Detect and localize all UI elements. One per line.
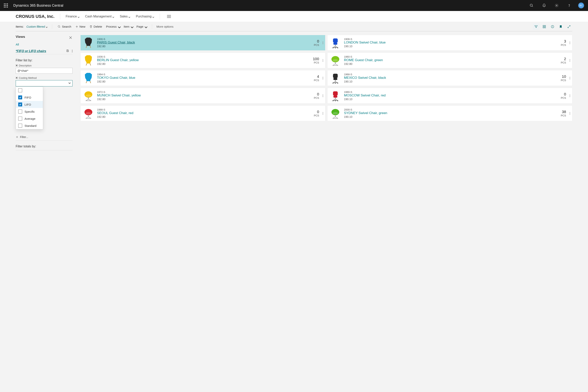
item-unit: PCS [310, 61, 319, 64]
item-name[interactable]: PARIS Guest Chair, black [97, 40, 308, 44]
card-menu-icon[interactable] [570, 59, 570, 62]
description-input[interactable] [16, 68, 72, 74]
nav-sales[interactable]: Sales [120, 15, 130, 18]
views-title: Views [16, 35, 25, 39]
more-icon[interactable] [72, 50, 72, 52]
saved-view-link[interactable]: *FIFO or LIFO chairs [16, 50, 46, 53]
item-name[interactable]: MEXICO Swivel Chair, black [344, 76, 556, 80]
card-menu-icon[interactable] [322, 59, 323, 62]
info-icon[interactable] [549, 23, 556, 30]
card-menu-icon[interactable] [570, 42, 570, 44]
svg-point-41 [332, 59, 338, 62]
svg-line-5 [60, 27, 60, 28]
item-card[interactable]: 1964-S TOKYO Guest Chair, blue 192.80 4 … [80, 70, 325, 86]
checkbox[interactable] [18, 116, 22, 120]
avatar[interactable]: BC [578, 2, 584, 8]
item-card[interactable]: 1936-S BERLIN Guest Chair, yellow 192.80… [80, 52, 325, 68]
checkbox[interactable] [18, 88, 22, 92]
dropdown-option[interactable]: LIFO [16, 101, 43, 108]
settings-icon[interactable] [553, 4, 560, 8]
card-menu-icon[interactable] [570, 77, 570, 80]
add-filter-button[interactable]: Filter... [16, 136, 72, 141]
dropdown-option[interactable]: Specific [16, 108, 43, 115]
dropdown-option[interactable]: Standard [16, 122, 43, 129]
action-label: Search [62, 25, 71, 28]
filter-costing-label: Costing Method [16, 76, 72, 80]
card-menu-icon[interactable] [322, 77, 323, 80]
nav-purchasing[interactable]: Purchasing [136, 15, 154, 18]
nav-cash-management[interactable]: Cash Management [85, 15, 114, 18]
current-view-link[interactable]: Custom filtered [26, 25, 48, 28]
item-menu[interactable]: Item [122, 24, 134, 29]
tiles-view-icon[interactable] [541, 23, 548, 30]
costing-method-select[interactable] [16, 80, 72, 86]
save-icon[interactable] [66, 49, 69, 53]
checkbox[interactable] [18, 110, 22, 114]
item-sku: 1960-S [344, 55, 556, 58]
card-menu-icon[interactable] [570, 94, 570, 97]
new-button[interactable]: New [74, 24, 87, 29]
item-card[interactable]: 1908-S LONDON Swivel Chair, blue 190.10 … [327, 35, 572, 50]
item-card[interactable]: 1972-S MUNICH Swivel Chair, yellow 192.8… [80, 88, 325, 104]
more-options[interactable]: More options [156, 25, 174, 28]
svg-point-71 [337, 100, 338, 101]
checkbox[interactable] [18, 96, 22, 99]
page-menu[interactable]: Page [135, 24, 148, 29]
item-qty: 0 [310, 92, 319, 96]
svg-rect-46 [86, 80, 90, 81]
item-thumbnail [81, 71, 96, 85]
chevron-down-icon [78, 16, 80, 18]
checkbox[interactable] [18, 124, 22, 128]
card-menu-icon[interactable] [322, 112, 323, 115]
company-bar: CRONUS USA, Inc. Finance Cash Management… [0, 11, 588, 22]
card-body: 1900-S PARIS Guest Chair, black 192.80 [97, 38, 308, 48]
svg-line-84 [335, 117, 338, 118]
dropdown-option[interactable]: Average [16, 115, 43, 122]
item-name[interactable]: SEOUL Guest Chair, red [97, 111, 308, 115]
action-bar: Items: Custom filtered Search New Delete… [16, 22, 572, 31]
item-card[interactable]: 1960-S ROME Guest Chair, green 192.80 2 … [327, 52, 572, 68]
app-launcher-icon[interactable] [4, 4, 8, 8]
item-name[interactable]: SYDNEY Swivel Chair, green [344, 111, 556, 115]
search-icon[interactable] [528, 4, 535, 8]
menu-icon[interactable] [167, 15, 171, 18]
qty-block: 0 PCS [310, 110, 319, 117]
item-card[interactable]: 1980-S MOSCOW Swivel Chair, red 190.10 0… [327, 88, 572, 104]
search-button[interactable]: Search [56, 24, 72, 29]
svg-point-57 [335, 83, 336, 84]
remove-filter-icon[interactable] [16, 64, 18, 67]
item-name[interactable]: LONDON Swivel Chair, blue [344, 40, 556, 44]
svg-line-26 [86, 46, 87, 48]
card-menu-icon[interactable] [322, 94, 323, 97]
view-all[interactable]: All [16, 43, 72, 46]
process-menu[interactable]: Process [105, 24, 121, 29]
help-icon[interactable] [566, 4, 573, 8]
delete-button[interactable]: Delete [88, 24, 103, 29]
notifications-icon[interactable] [540, 4, 548, 8]
chevron-down-icon [68, 82, 71, 85]
expand-icon[interactable] [566, 23, 572, 30]
close-icon[interactable] [68, 36, 72, 40]
card-menu-icon[interactable] [322, 42, 323, 44]
checkbox[interactable] [18, 102, 22, 106]
item-name[interactable]: TOKYO Guest Chair, blue [97, 76, 308, 80]
svg-point-70 [332, 100, 334, 101]
item-card[interactable]: 1900-S PARIS Guest Chair, black 192.80 0… [80, 35, 325, 50]
item-card[interactable]: 2000-S SYDNEY Swivel Chair, green 190.10… [327, 106, 572, 121]
bookmark-icon[interactable] [558, 23, 564, 30]
item-name[interactable]: MUNICH Swivel Chair, yellow [97, 94, 308, 98]
item-unit: PCS [557, 79, 566, 82]
svg-rect-65 [334, 96, 337, 98]
card-menu-icon[interactable] [570, 112, 570, 115]
dropdown-option[interactable] [16, 87, 43, 94]
dropdown-option[interactable]: FIFO [16, 94, 43, 101]
item-name[interactable]: BERLIN Guest Chair, yellow [97, 58, 308, 62]
filter-pane-icon[interactable] [533, 23, 540, 30]
svg-rect-64 [333, 91, 338, 96]
item-name[interactable]: MOSCOW Swivel Chair, red [344, 94, 556, 98]
item-card[interactable]: 1968-S MEXICO Swivel Chair, black 190.10… [327, 70, 572, 86]
item-card[interactable]: 1988-S SEOUL Guest Chair, red 192.80 0 P… [80, 106, 325, 121]
item-name[interactable]: ROME Guest Chair, green [344, 58, 556, 62]
remove-filter-icon[interactable] [16, 76, 18, 80]
nav-finance[interactable]: Finance [66, 15, 80, 18]
